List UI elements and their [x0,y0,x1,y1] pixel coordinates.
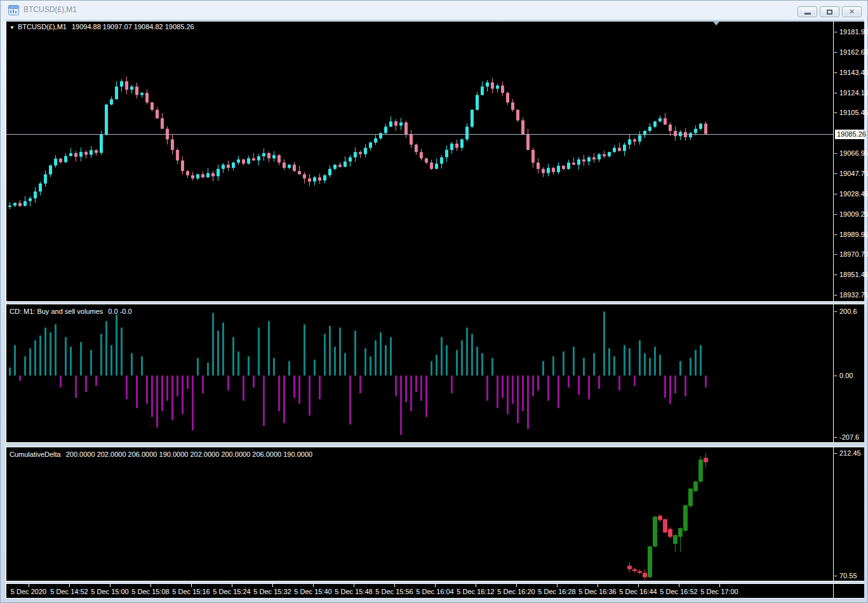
delta-candle [658,516,662,520]
buy-volume-bar [121,328,123,376]
chart-symbol: BTCUSD(£),M1 [18,23,67,30]
chart-shift-marker-icon[interactable] [712,21,720,25]
sell-volume-bar [512,376,514,403]
candle [445,150,448,158]
panel-left-border [6,20,6,598]
candle [49,165,52,174]
buy-volume-bar [14,345,16,376]
volume-panel[interactable]: CD: M1: Buy and sell volumes0.0 -0.0 [6,304,833,442]
restore-button[interactable] [820,6,839,17]
time-axis-tick [638,584,639,587]
sell-volume-bar [95,376,97,386]
candle [603,154,606,156]
time-axis-label: 5 Dec 15:32 [253,588,291,595]
candle [100,134,103,153]
buy-volume-bar [29,348,31,376]
sell-volume-bar [126,376,128,399]
candle [90,150,93,154]
candle [516,110,519,121]
delta-candle [693,482,698,491]
candle [410,134,413,145]
panel-splitter[interactable] [6,301,864,304]
buy-volume-bar [629,348,631,376]
candle [567,163,570,169]
time-axis-label: 5 Dec 2020 [11,588,46,595]
price-axis-label: 19047.70 [839,170,868,177]
buy-volume-bar [304,324,305,376]
candle [592,158,596,159]
buy-volume-bar [314,360,316,376]
delta-axis-label: 70.55 [839,572,857,579]
axis-tick [834,437,837,438]
candle [288,165,291,168]
buy-volume-bar [573,347,575,376]
price-axis-label: 18970.70 [839,250,868,258]
price-axis[interactable]: 19181.9019162.6519143.4019124.1519105.45… [833,20,864,598]
buy-volume-bar [105,321,107,376]
axis-tick [834,254,837,255]
buy-volume-bar [344,353,346,376]
sell-volume-bar [161,376,163,411]
buy-volume-bar [461,341,463,376]
minimize-button[interactable] [798,6,817,17]
sell-volume-bar [60,376,62,388]
buy-volume-bar [324,334,326,376]
sell-volume-bar [349,376,351,424]
buy-volume-bar [70,347,72,376]
titlebar[interactable]: BTCUSD(£),M1 ✕ [1,1,867,20]
volume-header: CD: M1: Buy and sell volumes0.0 -0.0 [10,308,132,315]
buy-volume-bar [90,350,92,376]
buy-volume-bar [649,358,651,376]
panel-splitter[interactable] [6,442,864,447]
volume-axis-label: 200.6 [839,308,857,315]
sell-volume-bar [451,376,453,393]
candle [344,161,347,166]
price-panel[interactable]: ▼BTCUSD(£),M119094.88 19097.07 19084.82 … [6,20,833,301]
price-axis-label: 19009.20 [839,210,868,218]
sell-volume-bar [243,376,244,401]
time-axis-label: 5 Dec 16:44 [619,588,657,595]
sell-volume-bar [171,376,173,420]
delta-panel[interactable]: CumulativeDelta200.0000 202.0000 206.000… [6,447,833,581]
delta-candles[interactable] [6,447,833,581]
time-axis-label: 5 Dec 15:48 [335,588,372,595]
sell-volume-bar [669,376,671,403]
candle [74,153,77,157]
candle [704,124,707,134]
candle [272,155,276,158]
buy-volume-bar [390,337,392,376]
buy-volume-bar [9,367,11,376]
buy-volume-bar [364,348,366,376]
candle [557,166,560,172]
axis-tick [834,311,837,312]
delta-candle [663,519,667,532]
candle [135,86,138,95]
frame-top-strip [6,20,864,22]
candle [542,169,545,173]
candle [623,145,626,151]
buy-volume-bar [248,356,250,376]
time-axis-tick [557,584,558,587]
candle [257,156,260,161]
sell-volume-bar [578,376,580,395]
buy-volume-bar [552,356,554,376]
symbol-dropdown-icon[interactable]: ▼ [10,25,15,30]
time-axis[interactable]: 5 Dec 20205 Dec 14:525 Dec 15:005 Dec 15… [6,584,833,598]
axis-tick [834,295,837,295]
panel-splitter[interactable] [6,581,864,584]
volume-bars[interactable] [6,304,833,442]
sell-volume-bar [202,376,204,393]
buy-volume-bar [542,361,544,376]
price-candles[interactable] [6,20,833,301]
close-button[interactable]: ✕ [842,6,862,17]
sell-volume-bar [532,376,534,396]
time-axis-tick [516,584,517,587]
sell-volume-bar [263,376,265,426]
candle [608,152,611,156]
time-axis-label: 5 Dec 16:20 [497,588,535,595]
sell-volume-bar [502,376,504,398]
sell-volume-bar [664,376,666,398]
buy-volume-bar [624,345,625,376]
candle [587,158,591,162]
candle [399,123,403,126]
